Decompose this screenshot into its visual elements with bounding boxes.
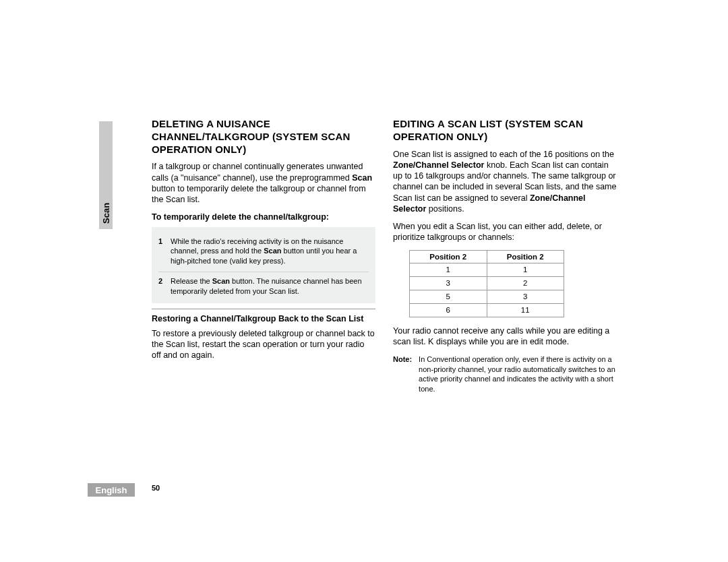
- divider: [152, 309, 375, 309]
- right-p3: Your radio cannot receive any calls whil…: [393, 325, 617, 348]
- note-label: Note:: [393, 354, 412, 394]
- table-header-row: Position 2 Position 2: [410, 250, 564, 263]
- table-row: 1 1: [410, 263, 564, 277]
- left-heading: DELETING A NUISANCE CHANNEL/TALKGROUP (S…: [152, 118, 375, 156]
- page-content: DELETING A NUISANCE CHANNEL/TALKGROUP (S…: [152, 118, 617, 394]
- left-intro: If a talkgroup or channel continually ge…: [152, 161, 375, 205]
- table-row: 3 2: [410, 277, 564, 290]
- step-number: 2: [158, 276, 171, 286]
- table-header: Position 2: [487, 250, 564, 263]
- intro-post: button to temporarily delete the talkgro…: [152, 184, 366, 204]
- language-tab: English: [88, 483, 135, 497]
- table-cell: 1: [487, 263, 564, 277]
- step-row: 1 While the radio's receiving activity i…: [158, 232, 369, 273]
- p1-a: One Scan list is assigned to each of the…: [393, 150, 614, 159]
- step-text: Release the Scan button. The nuisance ch…: [171, 276, 369, 296]
- table-cell: 3: [410, 277, 487, 290]
- p3-c: displays while you are in edit mode.: [433, 337, 569, 346]
- note-block: Note: In Conventional operation only, ev…: [393, 354, 617, 394]
- table-cell: 11: [487, 304, 564, 317]
- left-sub1: To temporarily delete the channel/talkgr…: [152, 212, 375, 222]
- intro-pre: If a talkgroup or channel continually ge…: [152, 162, 363, 182]
- step-row: 2 Release the Scan button. The nuisance …: [158, 272, 369, 302]
- table-header: Position 2: [410, 250, 487, 263]
- position-table: Position 2 Position 2 1 1 3 2 5 3 6 11: [409, 250, 564, 318]
- table-cell: 6: [410, 304, 487, 317]
- note-text: In Conventional operation only, even if …: [419, 354, 617, 394]
- table-row: 6 11: [410, 304, 564, 317]
- right-heading: EDITING A SCAN LIST (SYSTEM SCAN OPERATI…: [393, 118, 617, 144]
- left-sub2: Restoring a Channel/Talkgroup Back to th…: [152, 313, 375, 324]
- step-number: 1: [158, 237, 171, 247]
- side-tab-scan: Scan: [99, 121, 113, 229]
- table-cell: 2: [487, 277, 564, 290]
- step-text-pre: Release the: [171, 277, 212, 285]
- step-text: While the radio's receiving activity is …: [171, 237, 369, 267]
- right-column: EDITING A SCAN LIST (SYSTEM SCAN OPERATI…: [393, 118, 617, 394]
- left-column: DELETING A NUISANCE CHANNEL/TALKGROUP (S…: [152, 118, 375, 394]
- table-cell: 1: [410, 263, 487, 277]
- table-cell: 5: [410, 290, 487, 304]
- right-p2: When you edit a Scan list, you can eithe…: [393, 221, 617, 243]
- p1-d: positions.: [426, 204, 464, 214]
- table-cell: 3: [487, 290, 564, 304]
- p1-b1: Zone/Channel Selector: [393, 160, 484, 170]
- steps-box: 1 While the radio's receiving activity i…: [152, 227, 375, 303]
- intro-bold: Scan: [352, 173, 372, 183]
- step-text-bold: Scan: [264, 247, 281, 255]
- right-p1: One Scan list is assigned to each of the…: [393, 149, 617, 215]
- restore-para: To restore a previously deleted talkgrou…: [152, 328, 375, 361]
- step-text-bold: Scan: [212, 277, 230, 285]
- page-number: 50: [152, 484, 160, 492]
- table-row: 5 3: [410, 290, 564, 304]
